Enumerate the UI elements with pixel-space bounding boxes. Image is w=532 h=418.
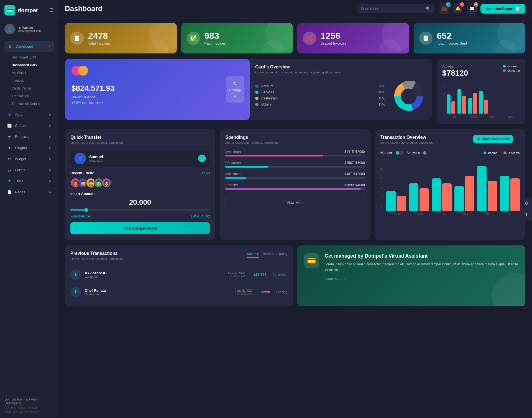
prev-tx-title: Previous Transactions	[70, 251, 125, 256]
subnav-invoices[interactable]: Invoices	[9, 77, 58, 84]
tx-status-2: Pending	[276, 290, 287, 294]
amount-display: 20.000	[70, 198, 210, 207]
subnav-dashboard-dark[interactable]: Dashboard Dark	[9, 61, 58, 69]
tx-type-2: Restaurant	[85, 293, 106, 296]
subnav-my-wallet[interactable]: My Wallet	[9, 69, 58, 77]
sent-invoices-icon: 📋	[419, 32, 433, 45]
spending-item-investment: Investment $1415 /$2000	[225, 150, 365, 157]
wallet-balance: $824,571.93	[71, 84, 243, 93]
spendings-menu-icon[interactable]: ···	[361, 135, 365, 141]
activity-chart-labels: Sun Mon Tue Wed	[447, 115, 520, 118]
insert-amount-label: Insert Amount	[70, 192, 210, 196]
tab-weekly[interactable]: Weekly	[263, 251, 274, 258]
legend-label-restaurant: Restaurant	[261, 96, 376, 100]
hamburger-icon[interactable]: ☰	[49, 7, 54, 13]
notification-icon-btn[interactable]: 🔔 12	[453, 3, 463, 14]
analytics-toggle[interactable]	[395, 151, 403, 155]
spendings-title: Spendings	[225, 135, 280, 140]
sidebar-item-plugins[interactable]: ♥ Plugins ▶	[2, 142, 56, 153]
message-badge: 5	[474, 2, 478, 7]
search-input[interactable]	[361, 7, 424, 11]
tab-monthly[interactable]: Monthly	[247, 251, 259, 258]
pages-icon: 📄	[7, 189, 12, 195]
sidebar-item-bootstrap[interactable]: ★ Bootstrap ▶	[2, 131, 56, 142]
user-name: William	[22, 26, 33, 29]
tx-time-2: 10:22:11 AM	[235, 292, 253, 295]
outcome-dot	[503, 69, 506, 72]
sidebar-item-widget[interactable]: ⚙ Widget ▶	[2, 153, 56, 164]
chevron-right-icon6: ▶	[49, 168, 52, 171]
va-learn-more-link[interactable]: Learn more >>	[324, 277, 519, 281]
spending-label: Investment	[225, 150, 242, 154]
avatar: 👤	[4, 24, 15, 34]
chevron-right-icon3: ▶	[49, 135, 52, 138]
spendings-title-group: Spendings Lorem ipsum dolor sit amet, co…	[225, 135, 280, 149]
tx-amount-1: +$5,553	[253, 273, 266, 277]
bb-thu-income	[477, 166, 487, 211]
to-y-axis: 0 20 40 60 80 100	[380, 158, 386, 208]
subnav-transaction[interactable]: Transaction	[9, 92, 58, 100]
subnav-cards-center[interactable]: Cards Center	[9, 84, 58, 92]
chart-label-sun: Sun	[453, 115, 458, 118]
spending-item-header3: Installment $487 /$10000	[225, 172, 365, 176]
legend-others: Others 15%	[255, 102, 385, 106]
sidebar-item-dashboard[interactable]: ⊞ Dashboard ▼	[4, 41, 54, 52]
number-label: Number	[380, 151, 392, 155]
quick-transfer-menu-icon[interactable]: ···	[206, 135, 210, 141]
stat-card-unpaid-invoices: ❌ 1256 Unpaid Invoices	[297, 23, 409, 53]
download-report-button[interactable]: ⬇ Download Report	[473, 135, 513, 143]
chart-label-wed: Wed	[508, 115, 513, 118]
tx-date-1: June 4, 2020	[227, 271, 245, 275]
tx-icon-2: ⬇	[70, 287, 81, 297]
tab-today[interactable]: Today	[278, 251, 287, 258]
income-label: Income	[507, 65, 517, 68]
legend-pct-services: 40%	[378, 90, 385, 94]
sidebar-item-table[interactable]: ≡ Table ▶	[2, 175, 56, 186]
to-title-group: Transaction Overview Lorem ipsum dolor s…	[380, 135, 435, 149]
subnav-dashboard-light[interactable]: Dashboard Light	[9, 53, 58, 61]
sidebar-item-charts-label: Charts	[15, 124, 47, 128]
sidebar-item-forms[interactable]: 🖨 Forms ▶	[2, 164, 56, 175]
notification-badge: 12	[460, 2, 464, 7]
svg-point-1	[401, 88, 416, 104]
sidebar-item-apps[interactable]: ① Apps ▶	[2, 109, 56, 120]
refresh-icon: ↻	[233, 81, 237, 86]
right-settings-btn[interactable]: ⚙	[521, 198, 532, 209]
spendings-subtitle: Lorem ipsum dolor sit amet, consectetur	[225, 141, 280, 144]
to-subtitle: Lorem ipsum dolor sit amet, consectetur	[380, 141, 435, 144]
dashboard-icon: ⊞	[7, 43, 13, 49]
header-icons: 💼 2 🔔 12 💬 5 Generate Report 📊	[439, 3, 525, 14]
spending-fill	[225, 155, 323, 157]
sidebar-item-charts[interactable]: 📈 Charts ▶	[2, 120, 56, 131]
forms-icon: 🖨	[7, 167, 12, 173]
amount-slider[interactable]	[70, 209, 210, 211]
leg-dot-income	[484, 152, 486, 154]
stat-cards-row: 📋 2478 Total Invoices ✅ 983 Paid Invoice…	[65, 23, 525, 53]
wallet-change-btn[interactable]: ↻ Change ▼	[226, 76, 244, 103]
table-icon: ≡	[7, 178, 12, 184]
subnav-transaction-details[interactable]: Transaction Details	[9, 100, 58, 108]
outcome-legend-label: Outcome	[507, 151, 520, 155]
wallet-icon-btn[interactable]: 💼 2	[439, 3, 449, 14]
bar-tue-income	[468, 98, 472, 114]
transfer-now-button[interactable]: TRANSFER NOW	[70, 222, 210, 234]
content-area: 📋 2478 Total Invoices ✅ 983 Paid Invoice…	[58, 17, 532, 418]
analytics-dot-gray	[423, 151, 426, 155]
to-menu-icon[interactable]: ···	[516, 135, 520, 141]
spending-items: Investment $1415 /$2000 Restaurant $1567…	[225, 150, 365, 190]
friend-avatar-5[interactable]: 👩	[101, 178, 111, 188]
bb-thu-outcome	[488, 181, 497, 211]
sidebar-item-pages[interactable]: 📄 Pages ▶	[2, 186, 56, 198]
see-all-link[interactable]: See All	[200, 171, 210, 175]
spending-item-header: Investment $1415 /$2000	[225, 150, 365, 154]
logo-icon: 💳	[4, 5, 15, 16]
va-desc: Lorem ipsum dolor sit amet, consectetur …	[324, 262, 519, 272]
bbg-wed	[454, 176, 474, 211]
generate-report-button[interactable]: Generate Report 📊	[480, 4, 525, 14]
view-more-button[interactable]: View More	[225, 197, 365, 208]
message-icon-btn[interactable]: 💬 5	[467, 3, 477, 14]
donut-legend: Account 20% Services 40%	[255, 84, 385, 109]
chevron-right-icon5: ▶	[49, 157, 52, 160]
right-info-btn[interactable]: ℹ	[521, 209, 532, 220]
bar-mon-income	[457, 89, 461, 114]
